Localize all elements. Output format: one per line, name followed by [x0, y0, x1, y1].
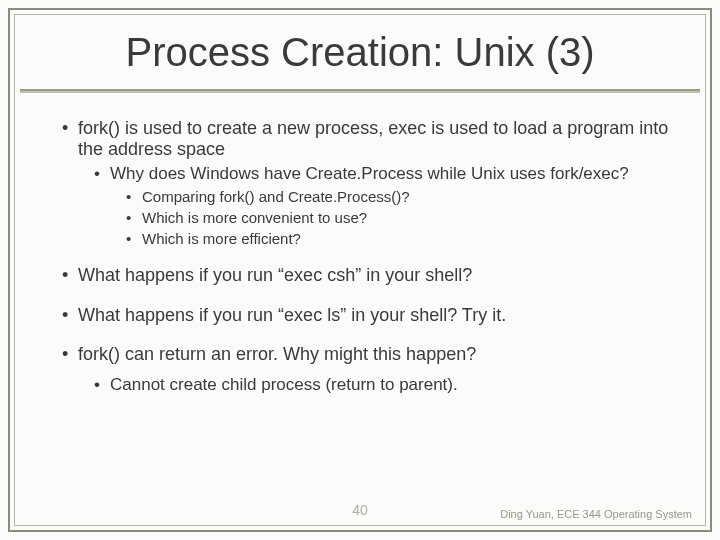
slide-title: Process Creation: Unix (3)	[60, 20, 660, 89]
bullet-l1: What happens if you run “exec csh” in yo…	[48, 265, 680, 286]
bullet-l2: Cannot create child process (return to p…	[48, 375, 680, 395]
slide: Process Creation: Unix (3) fork() is use…	[0, 0, 720, 540]
bullet-l1: fork() can return an error. Why might th…	[48, 344, 680, 365]
content-area: fork() is used to create a new process, …	[48, 118, 680, 398]
bullet-l2: Why does Windows have Create.Process whi…	[48, 164, 680, 184]
bullet-l3: Which is more efficient?	[48, 230, 680, 248]
title-underline	[20, 89, 700, 93]
bullet-l1: What happens if you run “exec ls” in you…	[48, 305, 680, 326]
footer-credit: Ding Yuan, ECE 344 Operating System	[500, 508, 692, 520]
bullet-l1: fork() is used to create a new process, …	[48, 118, 680, 160]
bullet-l3: Which is more convenient to use?	[48, 209, 680, 227]
bullet-l3: Comparing fork() and Create.Process()?	[48, 188, 680, 206]
title-area: Process Creation: Unix (3)	[60, 20, 660, 93]
